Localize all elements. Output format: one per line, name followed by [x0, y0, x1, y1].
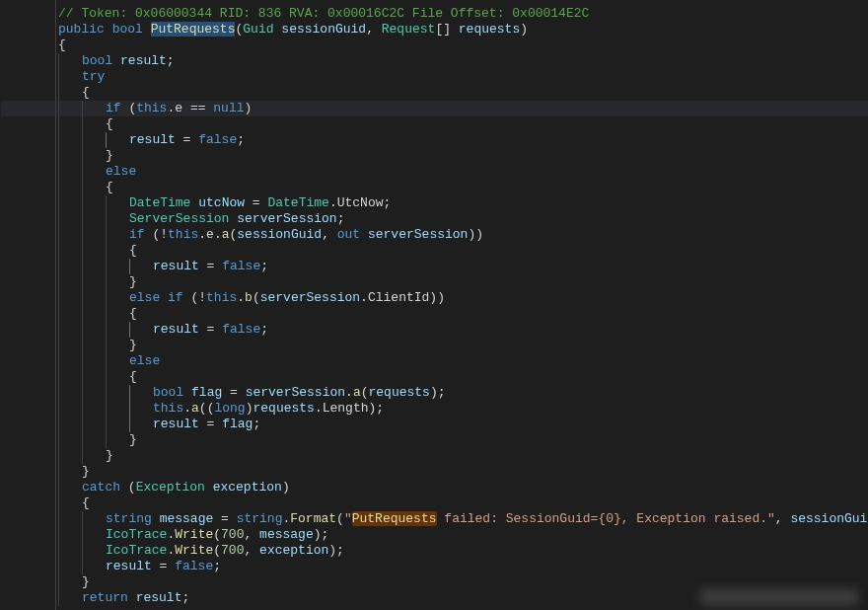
code-line[interactable]: { [58, 496, 868, 511]
code-line[interactable]: this.a((long)requests.Length); [58, 401, 868, 417]
code-line[interactable]: string message = string.Format("PutReque… [58, 511, 868, 527]
code-line[interactable]: if (this.e == null) [58, 101, 868, 116]
code-line[interactable]: DateTime utcNow = DateTime.UtcNow; [58, 195, 868, 211]
code-line[interactable]: try [58, 69, 868, 85]
code-line[interactable]: bool result; [58, 53, 868, 69]
code-line[interactable]: IcoTrace.Write(700, exception); [58, 543, 868, 559]
code-line[interactable]: result = false; [58, 559, 868, 574]
code-line[interactable]: catch (Exception exception) [58, 480, 868, 496]
code-line[interactable]: { [58, 180, 868, 195]
code-line[interactable]: { [58, 38, 868, 53]
code-line[interactable]: result = false; [58, 259, 868, 274]
code-line[interactable]: // Token: 0x06000344 RID: 836 RVA: 0x000… [58, 6, 868, 22]
code-line[interactable]: ServerSession serverSession; [58, 211, 868, 227]
code-line[interactable]: { [58, 369, 868, 385]
code-line[interactable]: { [58, 306, 868, 322]
string-method-highlight: PutRequests [352, 511, 437, 526]
code-line[interactable]: else [58, 353, 868, 369]
code-line[interactable]: public bool PutRequests(Guid sessionGuid… [58, 22, 868, 38]
outer-indent-guide [36, 0, 56, 610]
code-line[interactable]: { [58, 243, 868, 259]
code-line[interactable]: } [58, 274, 868, 290]
code-line[interactable]: bool flag = serverSession.a(requests); [58, 385, 868, 401]
line-gutter [0, 0, 36, 610]
code-line[interactable]: IcoTrace.Write(700, message); [58, 527, 868, 543]
method-name-highlight: PutRequests [151, 22, 236, 37]
code-line[interactable]: else [58, 164, 868, 180]
code-line[interactable]: } [58, 464, 868, 480]
code-line[interactable]: { [58, 85, 868, 101]
status-overlay [700, 588, 858, 606]
code-editor[interactable]: // Token: 0x06000344 RID: 836 RVA: 0x000… [0, 0, 868, 610]
code-line[interactable]: if (!this.e.a(sessionGuid, out serverSes… [58, 227, 868, 243]
code-text-area[interactable]: // Token: 0x06000344 RID: 836 RVA: 0x000… [56, 0, 868, 610]
code-line[interactable]: { [58, 116, 868, 132]
code-line[interactable]: result = flag; [58, 417, 868, 432]
code-line[interactable]: result = false; [58, 322, 868, 338]
code-line[interactable]: } [58, 338, 868, 353]
code-line[interactable]: } [58, 432, 868, 448]
code-line[interactable]: } [58, 148, 868, 164]
code-line[interactable]: result = false; [58, 132, 868, 148]
code-line[interactable]: else if (!this.b(serverSession.ClientId)… [58, 290, 868, 306]
code-line[interactable]: } [58, 448, 868, 464]
